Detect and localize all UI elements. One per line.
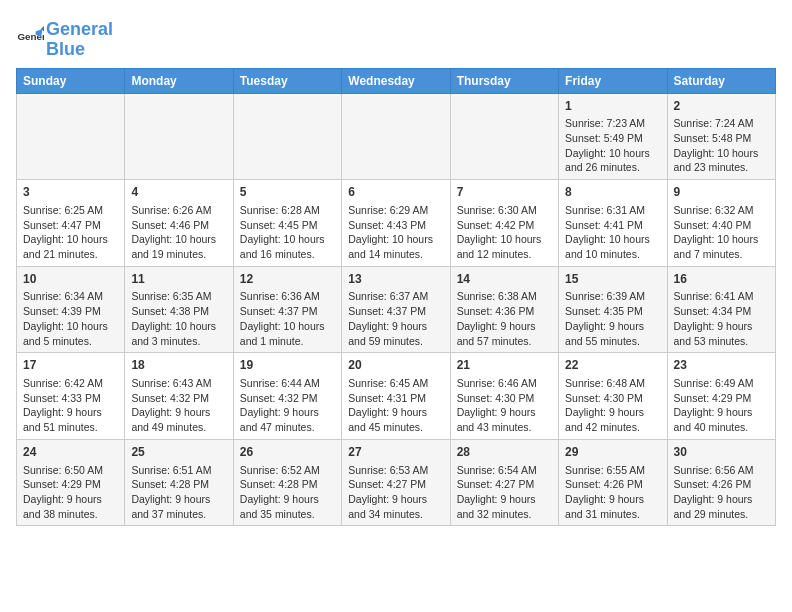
day-content: Sunset: 4:27 PM	[348, 477, 443, 492]
day-content: Daylight: 9 hours and 43 minutes.	[457, 405, 552, 434]
day-number: 3	[23, 184, 118, 201]
calendar-body: 1Sunrise: 7:23 AMSunset: 5:49 PMDaylight…	[17, 93, 776, 526]
calendar-cell	[233, 93, 341, 180]
day-content: Sunrise: 6:55 AM	[565, 463, 660, 478]
day-content: Daylight: 9 hours and 53 minutes.	[674, 319, 769, 348]
day-number: 13	[348, 271, 443, 288]
day-content: Daylight: 9 hours and 37 minutes.	[131, 492, 226, 521]
day-content: Sunrise: 6:36 AM	[240, 289, 335, 304]
calendar-cell: 6Sunrise: 6:29 AMSunset: 4:43 PMDaylight…	[342, 180, 450, 267]
day-content: Daylight: 10 hours and 19 minutes.	[131, 232, 226, 261]
day-header-monday: Monday	[125, 68, 233, 93]
day-number: 10	[23, 271, 118, 288]
day-content: Daylight: 10 hours and 12 minutes.	[457, 232, 552, 261]
day-number: 17	[23, 357, 118, 374]
day-content: Sunset: 4:46 PM	[131, 218, 226, 233]
day-content: Daylight: 9 hours and 51 minutes.	[23, 405, 118, 434]
day-content: Sunrise: 6:35 AM	[131, 289, 226, 304]
day-content: Sunset: 4:30 PM	[457, 391, 552, 406]
day-header-saturday: Saturday	[667, 68, 775, 93]
day-number: 9	[674, 184, 769, 201]
day-content: Sunrise: 6:29 AM	[348, 203, 443, 218]
day-number: 22	[565, 357, 660, 374]
day-header-tuesday: Tuesday	[233, 68, 341, 93]
calendar-cell: 8Sunrise: 6:31 AMSunset: 4:41 PMDaylight…	[559, 180, 667, 267]
day-content: Sunset: 5:48 PM	[674, 131, 769, 146]
day-content: Sunrise: 6:48 AM	[565, 376, 660, 391]
day-content: Sunset: 4:41 PM	[565, 218, 660, 233]
day-content: Daylight: 9 hours and 42 minutes.	[565, 405, 660, 434]
day-number: 26	[240, 444, 335, 461]
day-number: 15	[565, 271, 660, 288]
day-content: Sunset: 4:37 PM	[348, 304, 443, 319]
logo-icon: General	[16, 26, 44, 54]
day-number: 27	[348, 444, 443, 461]
day-content: Sunset: 4:31 PM	[348, 391, 443, 406]
day-number: 30	[674, 444, 769, 461]
day-content: Daylight: 9 hours and 55 minutes.	[565, 319, 660, 348]
day-content: Sunset: 4:37 PM	[240, 304, 335, 319]
calendar-cell: 19Sunrise: 6:44 AMSunset: 4:32 PMDayligh…	[233, 353, 341, 440]
day-content: Sunrise: 6:30 AM	[457, 203, 552, 218]
day-content: Sunset: 4:39 PM	[23, 304, 118, 319]
calendar-header-row: SundayMondayTuesdayWednesdayThursdayFrid…	[17, 68, 776, 93]
day-number: 29	[565, 444, 660, 461]
calendar-week-1: 1Sunrise: 7:23 AMSunset: 5:49 PMDaylight…	[17, 93, 776, 180]
day-content: Daylight: 10 hours and 16 minutes.	[240, 232, 335, 261]
day-content: Daylight: 9 hours and 57 minutes.	[457, 319, 552, 348]
day-content: Sunrise: 6:37 AM	[348, 289, 443, 304]
day-header-thursday: Thursday	[450, 68, 558, 93]
day-content: Daylight: 9 hours and 34 minutes.	[348, 492, 443, 521]
day-content: Sunrise: 6:49 AM	[674, 376, 769, 391]
day-number: 5	[240, 184, 335, 201]
day-content: Sunrise: 6:34 AM	[23, 289, 118, 304]
day-content: Daylight: 9 hours and 29 minutes.	[674, 492, 769, 521]
calendar-week-2: 3Sunrise: 6:25 AMSunset: 4:47 PMDaylight…	[17, 180, 776, 267]
day-content: Sunrise: 6:46 AM	[457, 376, 552, 391]
day-content: Sunrise: 6:25 AM	[23, 203, 118, 218]
calendar-cell: 28Sunrise: 6:54 AMSunset: 4:27 PMDayligh…	[450, 439, 558, 526]
day-content: Sunset: 4:26 PM	[565, 477, 660, 492]
day-number: 1	[565, 98, 660, 115]
day-content: Sunset: 4:38 PM	[131, 304, 226, 319]
day-content: Sunset: 4:29 PM	[674, 391, 769, 406]
day-content: Daylight: 10 hours and 26 minutes.	[565, 146, 660, 175]
day-content: Sunset: 4:28 PM	[131, 477, 226, 492]
calendar-cell: 18Sunrise: 6:43 AMSunset: 4:32 PMDayligh…	[125, 353, 233, 440]
day-content: Sunrise: 6:41 AM	[674, 289, 769, 304]
day-content: Sunset: 4:47 PM	[23, 218, 118, 233]
calendar-cell: 23Sunrise: 6:49 AMSunset: 4:29 PMDayligh…	[667, 353, 775, 440]
day-content: Sunrise: 6:28 AM	[240, 203, 335, 218]
day-content: Sunrise: 7:24 AM	[674, 116, 769, 131]
day-content: Sunrise: 6:38 AM	[457, 289, 552, 304]
calendar-cell: 14Sunrise: 6:38 AMSunset: 4:36 PMDayligh…	[450, 266, 558, 353]
day-number: 20	[348, 357, 443, 374]
calendar-cell: 9Sunrise: 6:32 AMSunset: 4:40 PMDaylight…	[667, 180, 775, 267]
calendar-cell: 27Sunrise: 6:53 AMSunset: 4:27 PMDayligh…	[342, 439, 450, 526]
day-content: Sunset: 4:45 PM	[240, 218, 335, 233]
calendar-cell: 3Sunrise: 6:25 AMSunset: 4:47 PMDaylight…	[17, 180, 125, 267]
day-content: Daylight: 9 hours and 31 minutes.	[565, 492, 660, 521]
day-content: Daylight: 10 hours and 21 minutes.	[23, 232, 118, 261]
calendar-cell: 11Sunrise: 6:35 AMSunset: 4:38 PMDayligh…	[125, 266, 233, 353]
calendar-cell: 4Sunrise: 6:26 AMSunset: 4:46 PMDaylight…	[125, 180, 233, 267]
day-content: Daylight: 9 hours and 35 minutes.	[240, 492, 335, 521]
calendar-cell: 30Sunrise: 6:56 AMSunset: 4:26 PMDayligh…	[667, 439, 775, 526]
day-content: Sunrise: 6:52 AM	[240, 463, 335, 478]
calendar-cell: 1Sunrise: 7:23 AMSunset: 5:49 PMDaylight…	[559, 93, 667, 180]
day-content: Sunset: 4:33 PM	[23, 391, 118, 406]
logo-text: GeneralBlue	[46, 20, 113, 60]
day-content: Sunset: 4:42 PM	[457, 218, 552, 233]
day-content: Daylight: 10 hours and 14 minutes.	[348, 232, 443, 261]
day-number: 25	[131, 444, 226, 461]
day-content: Sunset: 4:35 PM	[565, 304, 660, 319]
day-number: 28	[457, 444, 552, 461]
day-content: Daylight: 10 hours and 1 minute.	[240, 319, 335, 348]
day-content: Sunrise: 7:23 AM	[565, 116, 660, 131]
day-number: 11	[131, 271, 226, 288]
day-content: Daylight: 10 hours and 23 minutes.	[674, 146, 769, 175]
calendar-cell: 7Sunrise: 6:30 AMSunset: 4:42 PMDaylight…	[450, 180, 558, 267]
day-content: Daylight: 10 hours and 10 minutes.	[565, 232, 660, 261]
day-content: Sunset: 4:28 PM	[240, 477, 335, 492]
calendar-cell	[342, 93, 450, 180]
